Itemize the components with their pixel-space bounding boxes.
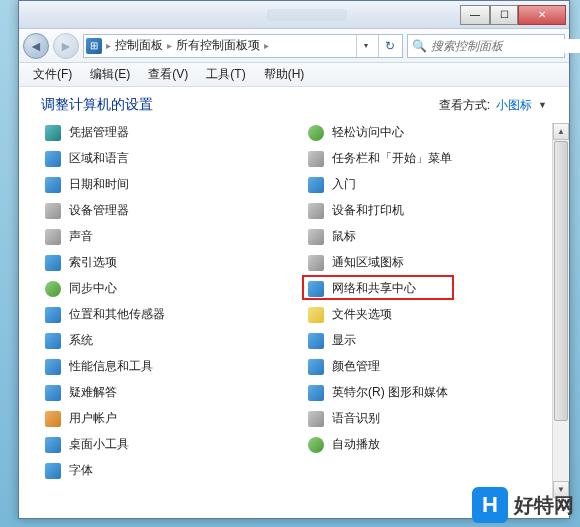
back-button[interactable]: ◄ xyxy=(23,33,49,59)
control-panel-item[interactable]: 设备管理器 xyxy=(45,201,288,220)
item-label: 颜色管理 xyxy=(332,358,380,375)
item-icon xyxy=(308,307,324,323)
menu-edit[interactable]: 编辑(E) xyxy=(82,64,138,85)
item-icon xyxy=(45,229,61,245)
minimize-button[interactable]: — xyxy=(460,5,490,25)
forward-button[interactable]: ► xyxy=(53,33,79,59)
search-box[interactable]: 🔍 xyxy=(407,34,565,58)
item-icon xyxy=(308,437,324,453)
item-icon xyxy=(45,281,61,297)
item-label: 凭据管理器 xyxy=(69,124,129,141)
refresh-button[interactable]: ↻ xyxy=(378,35,400,57)
item-icon xyxy=(308,177,324,193)
page-title: 调整计算机的设置 xyxy=(41,96,153,114)
breadcrumb-sep: ▸ xyxy=(167,40,172,51)
scroll-up-arrow[interactable]: ▲ xyxy=(553,123,569,140)
item-label: 索引选项 xyxy=(69,254,117,271)
control-panel-item[interactable]: 文件夹选项 xyxy=(308,305,551,324)
item-label: 网络和共享中心 xyxy=(332,280,416,297)
control-panel-item[interactable]: 桌面小工具 xyxy=(45,435,288,454)
item-label: 疑难解答 xyxy=(69,384,117,401)
control-panel-item[interactable]: 声音 xyxy=(45,227,288,246)
item-icon xyxy=(308,125,324,141)
item-icon xyxy=(45,255,61,271)
item-icon xyxy=(45,411,61,427)
item-icon xyxy=(45,359,61,375)
scrollbar[interactable]: ▲ ▼ xyxy=(552,123,569,498)
maximize-button[interactable]: ☐ xyxy=(490,5,518,25)
item-label: 英特尔(R) 图形和媒体 xyxy=(332,384,448,401)
item-label: 用户帐户 xyxy=(69,410,117,427)
control-panel-item[interactable]: 鼠标 xyxy=(308,227,551,246)
item-label: 性能信息和工具 xyxy=(69,358,153,375)
menu-help[interactable]: 帮助(H) xyxy=(256,64,313,85)
view-mode-value[interactable]: 小图标 xyxy=(496,97,532,114)
watermark-text: 好特网 xyxy=(514,492,574,519)
item-icon xyxy=(45,125,61,141)
control-panel-item[interactable]: 凭据管理器 xyxy=(45,123,288,142)
item-label: 语音识别 xyxy=(332,410,380,427)
item-icon xyxy=(308,151,324,167)
control-panel-item[interactable]: 设备和打印机 xyxy=(308,201,551,220)
item-label: 位置和其他传感器 xyxy=(69,306,165,323)
item-label: 声音 xyxy=(69,228,93,245)
item-label: 入门 xyxy=(332,176,356,193)
breadcrumb-seg2[interactable]: 所有控制面板项 xyxy=(176,37,260,54)
window-controls: — ☐ ✕ xyxy=(460,5,566,25)
control-panel-item[interactable]: 位置和其他传感器 xyxy=(45,305,288,324)
control-panel-item[interactable]: 入门 xyxy=(308,175,551,194)
breadcrumb-sep: ▸ xyxy=(106,40,111,51)
chevron-down-icon[interactable]: ▼ xyxy=(538,100,547,110)
item-icon xyxy=(308,255,324,271)
item-icon xyxy=(45,437,61,453)
item-label: 任务栏和「开始」菜单 xyxy=(332,150,452,167)
scroll-thumb[interactable] xyxy=(554,141,568,421)
control-panel-item[interactable]: 显示 xyxy=(308,331,551,350)
item-label: 设备管理器 xyxy=(69,202,129,219)
menu-tools[interactable]: 工具(T) xyxy=(198,64,253,85)
menu-file[interactable]: 文件(F) xyxy=(25,64,80,85)
item-label: 文件夹选项 xyxy=(332,306,392,323)
control-panel-item[interactable]: 网络和共享中心 xyxy=(308,279,551,298)
control-panel-item[interactable]: 日期和时间 xyxy=(45,175,288,194)
item-icon xyxy=(308,333,324,349)
item-icon xyxy=(308,359,324,375)
control-panel-item[interactable]: 用户帐户 xyxy=(45,409,288,428)
control-panel-item[interactable]: 性能信息和工具 xyxy=(45,357,288,376)
control-panel-item[interactable]: 区域和语言 xyxy=(45,149,288,168)
item-icon xyxy=(308,281,324,297)
item-label: 系统 xyxy=(69,332,93,349)
control-panel-item[interactable]: 通知区域图标 xyxy=(308,253,551,272)
content-header: 调整计算机的设置 查看方式: 小图标 ▼ xyxy=(19,87,569,123)
item-icon xyxy=(308,411,324,427)
search-input[interactable] xyxy=(431,39,580,53)
control-panel-item[interactable]: 颜色管理 xyxy=(308,357,551,376)
control-panel-item[interactable]: 轻松访问中心 xyxy=(308,123,551,142)
item-icon xyxy=(45,307,61,323)
control-panel-item[interactable]: 自动播放 xyxy=(308,435,551,454)
item-label: 自动播放 xyxy=(332,436,380,453)
close-button[interactable]: ✕ xyxy=(518,5,566,25)
control-panel-item[interactable]: 任务栏和「开始」菜单 xyxy=(308,149,551,168)
item-label: 设备和打印机 xyxy=(332,202,404,219)
control-panel-item[interactable]: 同步中心 xyxy=(45,279,288,298)
control-panel-item[interactable]: 语音识别 xyxy=(308,409,551,428)
item-label: 区域和语言 xyxy=(69,150,129,167)
view-mode: 查看方式: 小图标 ▼ xyxy=(439,97,547,114)
control-panel-item[interactable]: 疑难解答 xyxy=(45,383,288,402)
item-label: 鼠标 xyxy=(332,228,356,245)
menu-view[interactable]: 查看(V) xyxy=(140,64,196,85)
item-icon xyxy=(45,463,61,479)
item-label: 桌面小工具 xyxy=(69,436,129,453)
view-mode-label: 查看方式: xyxy=(439,97,490,114)
watermark: H 好特网 xyxy=(472,487,574,523)
breadcrumb-seg1[interactable]: 控制面板 xyxy=(115,37,163,54)
control-panel-window: — ☐ ✕ ◄ ► ⊞ ▸ 控制面板 ▸ 所有控制面板项 ▸ ▾ ↻ 🔍 文件(… xyxy=(18,0,570,519)
control-panel-item[interactable]: 英特尔(R) 图形和媒体 xyxy=(308,383,551,402)
control-panel-item[interactable]: 索引选项 xyxy=(45,253,288,272)
control-panel-item[interactable]: 字体 xyxy=(45,461,288,480)
address-bar[interactable]: ⊞ ▸ 控制面板 ▸ 所有控制面板项 ▸ ▾ ↻ xyxy=(83,34,403,58)
item-icon xyxy=(308,229,324,245)
control-panel-item[interactable]: 系统 xyxy=(45,331,288,350)
address-dropdown[interactable]: ▾ xyxy=(356,35,374,57)
